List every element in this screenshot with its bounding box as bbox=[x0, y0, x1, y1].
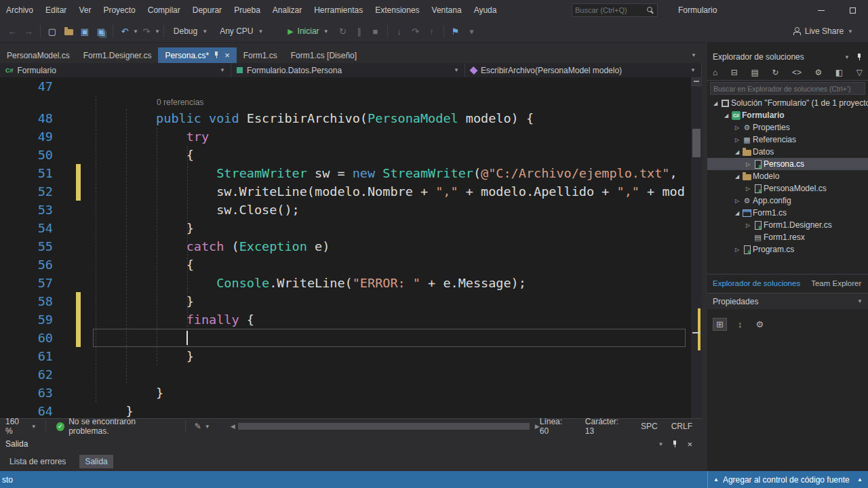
expander-icon[interactable]: ◢ bbox=[711, 100, 719, 106]
vertical-scrollbar[interactable] bbox=[691, 77, 702, 418]
menu-proyecto[interactable]: Proyecto bbox=[97, 0, 141, 20]
pin-icon[interactable] bbox=[214, 52, 220, 59]
code-line[interactable]: 56 { bbox=[0, 256, 691, 274]
breadcrumb-member-dropdown[interactable]: EscribirArchivo(PersonaModel modelo) ▼ bbox=[465, 63, 702, 77]
solution-explorer-header[interactable]: Explorador de soluciones ▼ bbox=[707, 49, 868, 64]
split-editor-handle[interactable] bbox=[691, 77, 702, 86]
document-tab[interactable]: Persona.cs*× bbox=[158, 47, 236, 63]
tree-item-datos[interactable]: ◢Datos bbox=[707, 146, 868, 158]
show-all-files-icon[interactable]: ▤ bbox=[751, 68, 758, 77]
horizontal-scroll-thumb[interactable] bbox=[238, 423, 530, 430]
filter-icon[interactable]: ▽ bbox=[856, 68, 863, 77]
menu-depurar[interactable]: Depurar bbox=[186, 0, 228, 20]
property-pages-icon[interactable]: ⚙ bbox=[753, 319, 766, 330]
menu-editar[interactable]: Editar bbox=[39, 0, 73, 20]
quick-search-box[interactable] bbox=[572, 3, 658, 17]
navigate-back-icon[interactable]: ← bbox=[4, 23, 20, 39]
refresh-icon[interactable]: ↻ bbox=[772, 68, 778, 77]
code-line[interactable]: 50 { bbox=[0, 146, 691, 164]
document-tab[interactable]: Form1.Designer.cs bbox=[77, 47, 159, 63]
expander-icon[interactable]: ▷ bbox=[733, 125, 741, 131]
code-line[interactable]: 48 public void EscribirArchivo(PersonaMo… bbox=[0, 109, 691, 127]
tree-item-modelo[interactable]: ◢Modelo bbox=[707, 170, 868, 182]
preview-icon[interactable]: ◧ bbox=[835, 68, 843, 77]
code-line[interactable]: 60 bbox=[0, 329, 691, 347]
menu-ayuda[interactable]: Ayuda bbox=[468, 0, 503, 20]
scroll-left-icon[interactable]: ◀ bbox=[231, 423, 235, 430]
properties-icon[interactable]: ⚙ bbox=[814, 68, 822, 77]
code-line[interactable]: 63 } bbox=[0, 384, 691, 402]
menu-compilar[interactable]: Compilar bbox=[142, 0, 186, 20]
tree-item-soluci-n-formulario-1-de-1-proyecto-[interactable]: ◢Solución "Formulario" (1 de 1 proyecto) bbox=[707, 97, 868, 109]
menu-ver[interactable]: Ver bbox=[73, 0, 97, 20]
code-line[interactable]: 59 finally { bbox=[0, 310, 691, 329]
tree-item-formulario[interactable]: ◢C#Formulario bbox=[707, 109, 868, 121]
codelens-references[interactable]: 0 referencias bbox=[157, 96, 203, 109]
scrollbar-thumb[interactable] bbox=[692, 129, 701, 157]
expander-icon[interactable]: ▷ bbox=[733, 247, 741, 253]
tree-item-form1.designer.cs[interactable]: ▷Form1.Designer.cs bbox=[707, 219, 868, 231]
document-tab[interactable]: PersonaModel.cs bbox=[0, 47, 77, 63]
space-mode-indicator[interactable]: SPC bbox=[641, 422, 658, 431]
code-editor[interactable]: 470 referencias48 public void EscribirAr… bbox=[0, 77, 702, 418]
menu-analizar[interactable]: Analizar bbox=[267, 0, 308, 20]
line-ending-indicator[interactable]: CRLF bbox=[671, 422, 692, 431]
code-line[interactable]: 58 } bbox=[0, 292, 691, 310]
panel-tab-salida[interactable]: Salida bbox=[79, 455, 113, 468]
quick-search-input[interactable] bbox=[575, 6, 646, 14]
toolbar-options-icon[interactable]: ▾ bbox=[464, 23, 480, 39]
expander-icon[interactable]: ▷ bbox=[744, 161, 752, 167]
tree-item-form1.cs[interactable]: ◢Form1.cs bbox=[707, 207, 868, 219]
save-icon[interactable]: ▣ bbox=[77, 23, 93, 39]
document-tab[interactable]: Form1.cs [Diseño] bbox=[284, 47, 363, 63]
panel-tab-lista-de-errores[interactable]: Lista de errores bbox=[4, 455, 71, 468]
add-to-source-control-button[interactable]: ▲ Agregar al control de código fuente ▲ bbox=[707, 471, 868, 488]
start-debug-button[interactable]: ▶ Iniciar ▼ bbox=[281, 23, 334, 39]
chevron-down-icon[interactable]: ▼ bbox=[857, 298, 863, 304]
code-line[interactable]: 52 sw.WriteLine(modelo.Nombre + "," + mo… bbox=[0, 182, 691, 201]
tree-item-app.config[interactable]: ▷⚙App.config bbox=[707, 195, 868, 207]
chevron-down-icon[interactable]: ▼ bbox=[658, 441, 663, 447]
categorized-icon[interactable]: ⊞ bbox=[713, 318, 727, 331]
panel-tab-team-explorer[interactable]: Team Explorer bbox=[811, 279, 861, 287]
breadcrumb-project-dropdown[interactable]: C# Formulario ▼ bbox=[0, 63, 231, 77]
expander-icon[interactable]: ▷ bbox=[733, 198, 741, 204]
menu-extensiones[interactable]: Extensiones bbox=[369, 0, 425, 20]
configuration-dropdown[interactable]: Debug▼ bbox=[167, 23, 214, 39]
minimize-button[interactable] bbox=[806, 0, 837, 20]
menu-herramientas[interactable]: Herramientas bbox=[308, 0, 369, 20]
line-indicator[interactable]: Línea: 60 bbox=[540, 417, 572, 436]
tree-item-program.cs[interactable]: ▷Program.cs bbox=[707, 243, 868, 256]
expander-icon[interactable]: ▷ bbox=[733, 137, 741, 143]
code-line[interactable]: 57 Console.WriteLine("ERROR: " + e.Messa… bbox=[0, 274, 691, 292]
code-cleanup-button[interactable]: ✎ ▼ bbox=[189, 422, 216, 431]
collapse-all-icon[interactable]: ⊟ bbox=[731, 68, 738, 77]
tree-item-form1.resx[interactable]: ▤Form1.resx bbox=[707, 231, 868, 243]
stop-icon[interactable]: ■ bbox=[368, 23, 384, 39]
code-line[interactable]: 61 } bbox=[0, 347, 691, 365]
step-into-icon[interactable]: ↓ bbox=[391, 23, 408, 39]
chevron-down-icon[interactable]: ▼ bbox=[844, 54, 850, 60]
expander-icon[interactable]: ◢ bbox=[733, 210, 741, 216]
redo-icon[interactable]: ↷ bbox=[138, 23, 155, 39]
menu-archivo[interactable]: Archivo bbox=[0, 0, 39, 20]
navigate-forward-icon[interactable]: → bbox=[20, 23, 37, 39]
solution-search-input[interactable] bbox=[713, 85, 862, 93]
expander-icon[interactable]: ▷ bbox=[744, 186, 752, 192]
code-line[interactable]: 51 StreamWriter sw = new StreamWriter(@"… bbox=[0, 164, 691, 182]
code-line[interactable]: 62 bbox=[0, 365, 691, 384]
code-line[interactable]: 47 bbox=[0, 77, 691, 96]
new-project-icon[interactable]: ▢ bbox=[44, 23, 60, 39]
close-icon[interactable]: × bbox=[687, 439, 692, 449]
output-panel-header[interactable]: Salida ▼ × bbox=[0, 436, 702, 452]
step-over-icon[interactable]: ↷ bbox=[408, 23, 424, 39]
expander-icon[interactable]: ▷ bbox=[744, 222, 752, 228]
platform-dropdown[interactable]: Any CPU▼ bbox=[214, 23, 281, 39]
code-line[interactable]: 64 } bbox=[0, 402, 691, 418]
tree-item-properties[interactable]: ▷⚙Properties bbox=[707, 121, 868, 134]
horizontal-scroll-track[interactable] bbox=[237, 423, 534, 430]
code-line[interactable]: 55 catch (Exception e) bbox=[0, 237, 691, 256]
problems-indicator[interactable]: ✓ No se encontraron problemas. bbox=[50, 417, 182, 436]
expander-icon[interactable]: ◢ bbox=[733, 149, 741, 155]
expander-icon[interactable]: ◢ bbox=[733, 174, 741, 180]
